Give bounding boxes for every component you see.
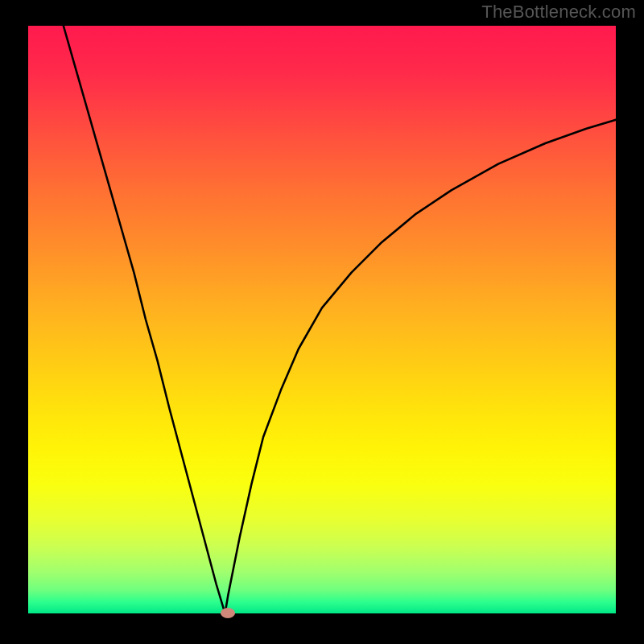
curve-path: [64, 26, 616, 613]
bottleneck-marker: [221, 608, 235, 618]
curve-svg: [28, 26, 616, 613]
watermark-label: TheBottleneck.com: [481, 2, 636, 23]
chart-frame: TheBottleneck.com: [0, 0, 644, 644]
plot-area: [28, 26, 616, 613]
